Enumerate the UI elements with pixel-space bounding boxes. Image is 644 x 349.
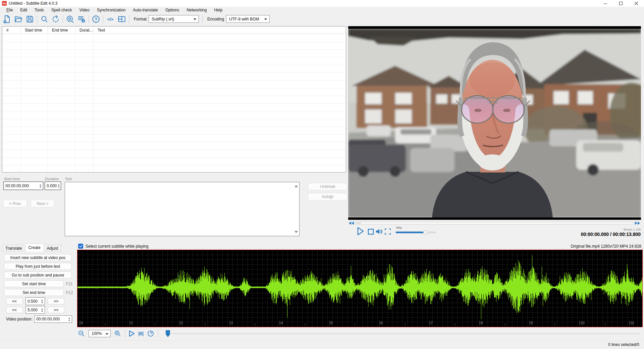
- col-duration[interactable]: Durat...: [75, 27, 93, 34]
- set-start-time-button[interactable]: Set start time: [4, 280, 64, 287]
- menu-edit[interactable]: Edit: [16, 7, 31, 13]
- start-time-field[interactable]: 00:00:00.000 ▲▼: [3, 182, 43, 190]
- subtitle-list[interactable]: # Start time End time Durat... Text: [2, 26, 346, 172]
- format-select[interactable]: SubRip (.srt): [149, 15, 199, 23]
- close-button[interactable]: [629, 0, 644, 7]
- scroll-down-icon[interactable]: [294, 231, 298, 233]
- col-number[interactable]: #: [2, 27, 20, 34]
- play-before-text-button[interactable]: Play from just before text: [4, 263, 72, 270]
- minimize-button[interactable]: [598, 0, 613, 7]
- menu-video[interactable]: Video: [75, 7, 93, 13]
- waveform-play-button[interactable]: [128, 330, 136, 337]
- spell-check-button[interactable]: [76, 14, 87, 24]
- col-text[interactable]: Text: [93, 27, 346, 34]
- waveform-zoom-in-button[interactable]: [113, 330, 122, 337]
- menu-auto-translate[interactable]: Auto-translate: [129, 7, 162, 13]
- video-seekbar-thumb[interactable]: [356, 222, 361, 224]
- lines-selected-status: 0 lines selected/0: [608, 342, 639, 347]
- seek-forward-icon[interactable]: [635, 221, 640, 225]
- f11-hint: F11: [66, 282, 73, 286]
- volume-icon[interactable]: [375, 228, 383, 236]
- volume-thumb[interactable]: [423, 231, 428, 234]
- toolbar-separator: [89, 15, 89, 23]
- play-one-second-button[interactable]: |0|: [136, 331, 146, 336]
- tab-adjust[interactable]: Adjust: [44, 245, 61, 252]
- menu-help[interactable]: Help: [210, 7, 226, 13]
- layout-button[interactable]: [116, 14, 127, 24]
- waveform-canvas[interactable]: [77, 250, 642, 327]
- list-body[interactable]: [2, 34, 346, 172]
- nudge-large-field[interactable]: 5.000 ▲▼: [25, 306, 45, 314]
- menu-tools[interactable]: Tools: [31, 7, 48, 13]
- tab-create[interactable]: Create: [25, 244, 44, 252]
- volume-slider[interactable]: [396, 232, 436, 233]
- nudge-fwd-large-button[interactable]: >>: [48, 307, 64, 313]
- video-player[interactable]: [348, 26, 641, 220]
- stop-button[interactable]: [367, 228, 375, 236]
- nudge-fwd-small-button[interactable]: >>: [48, 298, 64, 304]
- nudge-small-field[interactable]: 0.500 ▲▼: [25, 297, 45, 305]
- menu-spell-check[interactable]: Spell check: [48, 7, 75, 13]
- select-current-subtitle-label[interactable]: Select current subtitle while playing: [86, 244, 148, 249]
- waveform-zoom-value: 100%: [92, 331, 102, 336]
- unbreak-button[interactable]: Unbreak: [308, 183, 347, 190]
- source-view-button[interactable]: </>: [105, 14, 116, 24]
- fullscreen-icon[interactable]: [384, 228, 392, 236]
- video-seekbar[interactable]: [356, 222, 634, 225]
- play-button[interactable]: [356, 227, 365, 236]
- menu-bar: File Edit Tools Spell check Video Synchr…: [0, 7, 644, 13]
- set-end-time-button[interactable]: Set end time: [4, 289, 64, 296]
- waveform-position-marker[interactable]: [166, 330, 170, 337]
- video-frame: [348, 29, 641, 217]
- grid-line: [75, 34, 75, 172]
- scroll-up-icon[interactable]: [294, 185, 298, 187]
- help-button[interactable]: ?: [90, 14, 102, 24]
- menu-synchronization[interactable]: Synchronization: [93, 7, 129, 13]
- spinner-arrows-icon[interactable]: ▲▼: [57, 182, 61, 190]
- subtitle-text-area[interactable]: [65, 182, 300, 236]
- select-current-subtitle-checkbox[interactable]: [78, 244, 83, 249]
- new-file-button[interactable]: [1, 14, 13, 24]
- find-button[interactable]: [39, 14, 50, 24]
- menu-file[interactable]: File: [3, 7, 16, 13]
- visual-sync-button[interactable]: [64, 14, 76, 24]
- waveform-panel[interactable]: [77, 250, 643, 327]
- duration-field[interactable]: 0.000 ▲▼: [45, 182, 61, 190]
- waveform-zoom-out-button[interactable]: [77, 330, 86, 337]
- col-start-time[interactable]: Start time: [20, 27, 48, 34]
- spinner-arrows-icon[interactable]: ▲▼: [67, 316, 72, 322]
- spinner-arrows-icon[interactable]: ▲▼: [40, 298, 45, 305]
- spinner-arrows-icon[interactable]: ▲▼: [38, 182, 43, 190]
- video-position-field[interactable]: 00:00:00.000 ▲▼: [34, 315, 72, 323]
- open-file-button[interactable]: [13, 14, 24, 24]
- volume-percent: 70%: [396, 226, 402, 230]
- toolbar-separator: [202, 15, 203, 23]
- toolbar-separator: [129, 15, 129, 23]
- goto-sub-position-button[interactable]: Go to sub position and pause: [4, 271, 72, 279]
- col-end-time[interactable]: End time: [48, 27, 75, 34]
- waveform-position-track[interactable]: [172, 333, 641, 334]
- tab-translate[interactable]: Translate: [2, 245, 25, 252]
- encoding-select[interactable]: UTF-8 with BOM: [226, 15, 270, 23]
- nudge-back-small-button[interactable]: <<: [6, 298, 23, 304]
- waveform-controls: 100% |0|: [77, 328, 643, 339]
- menu-networking[interactable]: Networking: [183, 7, 210, 13]
- waveform-zoom-select[interactable]: 100%: [89, 330, 111, 337]
- grid-line: [20, 34, 21, 172]
- auto-br-button[interactable]: Auto br: [308, 193, 347, 200]
- spinner-arrows-icon[interactable]: ▲▼: [40, 306, 45, 313]
- start-time-value: 00:00:00.000: [4, 184, 38, 188]
- save-button[interactable]: [24, 14, 36, 24]
- prev-button[interactable]: < Prev: [3, 200, 27, 207]
- auto-br-mnemonic: b: [330, 194, 332, 199]
- replace-button[interactable]: [50, 14, 61, 24]
- duration-label: Duration: [45, 177, 59, 181]
- menu-options[interactable]: Options: [162, 7, 183, 13]
- nudge-back-large-button[interactable]: <<: [6, 307, 23, 313]
- playback-speed-button[interactable]: [146, 330, 155, 337]
- seek-back-icon[interactable]: [349, 221, 354, 225]
- maximize-button[interactable]: [613, 0, 629, 7]
- next-button[interactable]: Next >: [31, 200, 54, 207]
- insert-subtitle-button[interactable]: Insert new subtitle at video pos: [4, 254, 72, 261]
- edit-mode-tabs: Translate Create Adjust: [2, 244, 61, 252]
